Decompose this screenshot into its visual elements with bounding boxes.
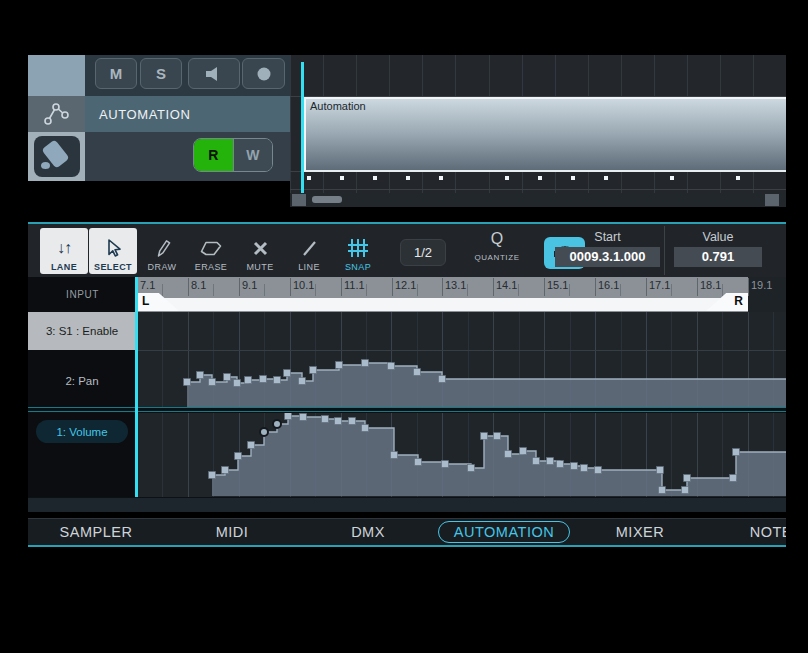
monitor-button[interactable] [188,58,240,89]
pan-automation-node[interactable] [234,380,241,387]
clip-event-dot [340,176,344,180]
grid-resolution-button[interactable]: 1/2 [400,239,446,266]
tab-label: SAMPLER [45,522,148,542]
bar-number: 7.1 [140,279,155,291]
tab-sampler[interactable]: SAMPLER [28,519,164,545]
mute-button[interactable]: M [95,58,137,89]
tab-automation[interactable]: AUTOMATION [436,519,572,545]
scroll-right-button[interactable] [765,194,779,206]
pan-automation-node[interactable] [414,369,421,376]
volume-automation-node[interactable] [682,487,689,494]
volume-automation-node[interactable] [684,475,691,482]
volume-automation-node[interactable] [248,442,255,449]
bar-number: 19.1 [751,279,772,291]
pan-automation-node[interactable] [299,378,306,385]
volume-automation-node[interactable] [520,448,527,455]
arrange-grid-line [290,189,786,190]
tab-mixer[interactable]: MIXER [572,519,708,545]
pan-automation-node[interactable] [197,372,204,379]
pan-automation-node[interactable] [388,363,395,370]
pan-automation-node[interactable] [245,377,252,384]
pan-automation-node[interactable] [224,374,231,381]
record-enable-button[interactable] [242,58,285,89]
pan-automation-node[interactable] [439,376,446,383]
erase-tool-button[interactable]: ERASE [187,228,235,274]
clip-event-dot [439,176,443,180]
volume-automation-node[interactable] [209,472,216,479]
arrange-area[interactable]: Automation [290,55,786,207]
snap-tool-button[interactable]: SNAP [334,228,382,274]
volume-automation-node[interactable] [468,465,475,472]
pan-automation-node[interactable] [260,376,267,383]
solo-button[interactable]: S [140,58,182,89]
select-tool-label: SELECT [94,262,132,272]
lane-item-volume[interactable]: 1: Volume [36,420,128,443]
draw-tool-button[interactable]: DRAW [138,228,186,274]
volume-automation-node[interactable] [273,420,281,428]
volume-automation-node[interactable] [547,458,554,465]
volume-automation-node[interactable] [595,467,602,474]
playhead-top[interactable] [301,62,304,207]
volume-automation-node[interactable] [391,452,398,459]
pan-automation-node[interactable] [284,370,291,377]
ruler-subtick [722,284,723,296]
pan-automation-node[interactable] [336,362,343,369]
select-tool-button[interactable]: SELECT [89,228,137,274]
pan-automation-node[interactable] [184,379,191,386]
tab-midi[interactable]: MIDI [164,519,300,545]
pan-automation-node[interactable] [274,377,281,384]
volume-automation-node[interactable] [533,458,540,465]
automation-clip[interactable]: Automation [304,97,786,172]
quantize-button[interactable]: Q QUANTIZE [456,230,538,262]
volume-automation-node[interactable] [481,433,488,440]
volume-automation-node[interactable] [733,449,740,456]
volume-automation-node[interactable] [349,418,356,425]
volume-automation-node[interactable] [300,414,307,421]
line-tool-button[interactable]: LINE [285,228,333,274]
volume-automation-node[interactable] [335,418,342,425]
volume-automation-node[interactable] [362,425,369,432]
playhead-editor[interactable] [135,277,138,497]
volume-automation-node[interactable] [657,467,664,474]
volume-automation-node[interactable] [494,433,501,440]
tab-dmx[interactable]: DMX [300,519,436,545]
volume-automation-node[interactable] [571,463,578,470]
scrollbar-handle[interactable] [312,196,342,203]
volume-automation-node[interactable] [235,453,242,460]
start-value[interactable]: 0009.3.1.000 [555,247,660,267]
paint-tool-cell[interactable] [28,132,85,181]
bar-number: 13.1 [445,279,466,291]
lane-tool-button[interactable]: ↓↑LANE [40,228,88,274]
pan-automation-node[interactable] [209,379,216,386]
volume-automation-node[interactable] [659,487,666,494]
mute-tool-button[interactable]: MUTE [236,228,284,274]
volume-automation-node[interactable] [285,413,292,420]
volume-automation-node[interactable] [415,459,422,466]
scroll-left-button[interactable] [292,194,306,206]
bar-number: 14.1 [496,279,517,291]
loop-region-bar[interactable] [137,298,748,311]
tab-notes[interactable]: NOTES [708,519,786,545]
read-automation-button[interactable]: R [194,139,233,171]
volume-automation-node[interactable] [505,451,512,458]
pan-automation-node[interactable] [310,367,317,374]
volume-automation-node[interactable] [557,461,564,468]
bar-number: 15.1 [547,279,568,291]
timeline-ruler[interactable]: 7.18.19.110.111.112.113.114.115.116.117.… [137,277,786,312]
pan-automation-node[interactable] [362,360,369,367]
volume-automation-node[interactable] [260,428,268,436]
value-value[interactable]: 0.791 [674,247,762,267]
bar-number: 11.1 [344,279,365,291]
volume-automation-node[interactable] [442,461,449,468]
write-automation-button[interactable]: W [233,139,273,171]
ruler-tick [697,278,698,296]
lane-item-s1-enable[interactable]: 3: S1 : Enable [28,312,136,350]
volume-automation-node[interactable] [730,475,737,482]
editor-bottom-strip [28,497,786,512]
volume-lane-separator[interactable] [28,407,786,413]
lane-item-pan[interactable]: 2: Pan [28,368,136,394]
volume-automation-node[interactable] [581,465,588,472]
automation-nodes-cell[interactable] [28,96,85,132]
volume-automation-node[interactable] [322,416,329,423]
volume-automation-node[interactable] [222,467,229,474]
